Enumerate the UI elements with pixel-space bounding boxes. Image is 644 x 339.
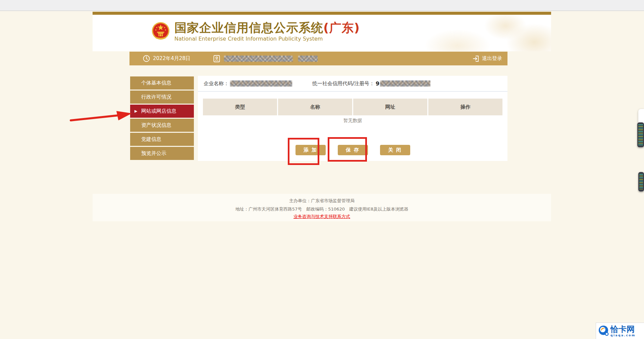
- page-title: 国家企业信用信息公示系统(广东): [174, 21, 360, 35]
- qiaqa-domain: qiaqa.com: [610, 334, 636, 337]
- great-wall-watermark: [343, 15, 551, 51]
- site-brand: 国家企业信用信息公示系统(广东) National Enterprise Cre…: [152, 21, 360, 42]
- company-info-row: 企业名称： 统一社会信用代码/注册号： 9: [198, 76, 507, 92]
- column-type: 类型: [203, 99, 278, 115]
- active-marker-icon: ▶: [135, 109, 137, 113]
- user-bar: 2022年4月28日 退出登录: [129, 52, 507, 65]
- qiaqa-watermark: 恰卡网 qiaqa.com: [596, 323, 644, 339]
- annotation-arrow: [68, 109, 132, 123]
- sidebar-item-label: 预览并公示: [141, 150, 166, 157]
- close-button[interactable]: 关 闭: [380, 145, 410, 155]
- company-name-label: 企业名称：: [204, 80, 229, 87]
- page-title-region: (广东): [323, 21, 360, 35]
- logout-button[interactable]: 退出登录: [473, 55, 502, 62]
- sidebar-item-preview-publish[interactable]: 预览并公示: [130, 147, 194, 160]
- site-header: 国家企业信用信息公示系统(广东) National Enterprise Cre…: [93, 15, 551, 51]
- logout-label: 退出登录: [482, 55, 502, 62]
- column-name: 名称: [278, 99, 353, 115]
- browser-top-strip: [0, 0, 644, 11]
- logout-icon: [473, 55, 479, 62]
- add-button[interactable]: 添 加: [296, 145, 326, 155]
- sidebar-item-label: 行政许可情况: [141, 94, 171, 100]
- column-url: 网址: [353, 99, 428, 115]
- main-panel: 企业名称： 统一社会信用代码/注册号： 9 类型 名称 网址 操作 暂无数据 添…: [198, 76, 507, 161]
- username-suffix-redacted: [298, 56, 318, 62]
- credit-code-redacted: [380, 80, 430, 87]
- sidebar-item-party-building[interactable]: 党建信息: [130, 133, 194, 146]
- sidebar-item-label: 个体基本信息: [141, 80, 171, 86]
- page-title-main: 国家企业信用信息公示系统: [174, 21, 323, 35]
- page-subtitle: National Enterprise Credit Information P…: [174, 36, 360, 42]
- national-emblem-icon: [152, 21, 170, 41]
- sidebar-item-label: 网站或网店信息: [141, 108, 176, 114]
- edge-tool-handle-upper[interactable]: [637, 122, 644, 147]
- id-card-icon: [213, 55, 220, 62]
- credit-code-prefix: 9: [376, 80, 379, 87]
- save-button[interactable]: 保 存: [338, 145, 368, 155]
- footer-address: 地址：广州市天河区体育西路57号 邮政编码：510620 建议使用IE8及以上版…: [93, 206, 551, 212]
- sidebar-item-label: 党建信息: [141, 136, 161, 143]
- sidebar-item-admin-license[interactable]: 行政许可情况: [130, 91, 194, 104]
- username-redacted: [224, 56, 293, 62]
- credit-code-label: 统一社会信用代码/注册号：: [312, 80, 374, 87]
- current-date: 2022年4月28日: [153, 55, 191, 62]
- empty-data-text: 暂无数据: [198, 118, 507, 124]
- footer-support-link[interactable]: 业务咨询与技术支持联系方式: [293, 214, 350, 220]
- column-action: 操作: [428, 99, 502, 115]
- button-row: 添 加 保 存 关 闭: [198, 145, 507, 155]
- clock-icon: [143, 55, 150, 62]
- qiaqa-logo-icon: [597, 324, 610, 338]
- sidebar-item-label: 资产状况信息: [141, 122, 171, 128]
- sidebar-item-asset-status[interactable]: 资产状况信息: [130, 119, 194, 132]
- table-header: 类型 名称 网址 操作: [203, 99, 502, 115]
- footer-host-unit: 主办单位：广东省市场监督管理局: [93, 194, 551, 204]
- sidebar: 个体基本信息 行政许可情况 ▶网站或网店信息 资产状况信息 党建信息 预览并公示: [130, 76, 194, 161]
- qiaqa-name: 恰卡网: [610, 325, 636, 333]
- edge-tool-handle-lower[interactable]: [638, 172, 644, 191]
- sidebar-item-basic-info[interactable]: 个体基本信息: [130, 76, 194, 90]
- page-footer: 主办单位：广东省市场监督管理局 地址：广州市天河区体育西路57号 邮政编码：51…: [93, 194, 551, 221]
- sidebar-item-website-info[interactable]: ▶网站或网店信息: [130, 105, 194, 118]
- header-accent-bar: [93, 12, 551, 15]
- company-name-redacted: [230, 80, 292, 87]
